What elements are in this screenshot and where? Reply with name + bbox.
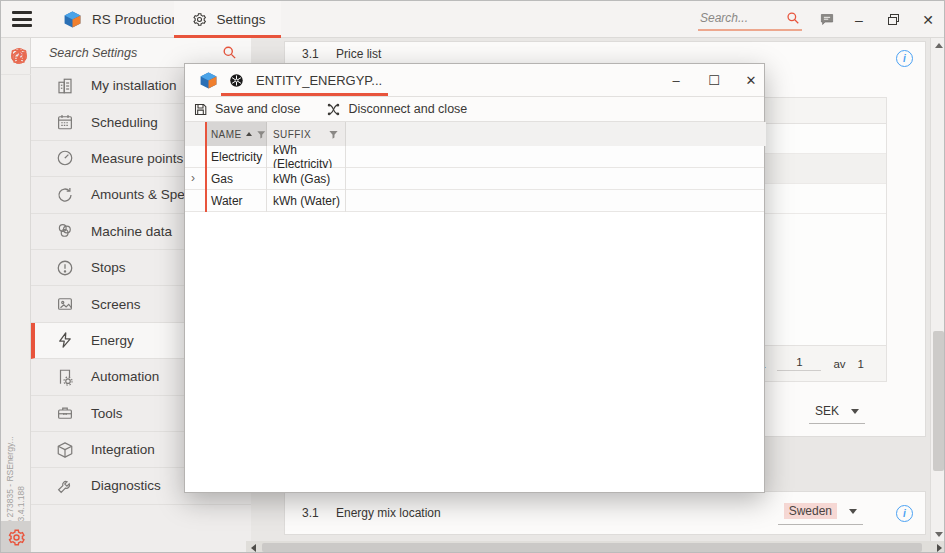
gear-icon bbox=[190, 10, 209, 29]
energy-mix-dropdown-wrap: Sweden bbox=[778, 501, 863, 525]
cell-suffix[interactable]: kWh (Gas) bbox=[267, 168, 346, 190]
dialog-maximize-button[interactable]: ☐ bbox=[699, 64, 729, 96]
sidebar-item-label: Energy bbox=[91, 333, 134, 348]
currency-value: SEK bbox=[815, 404, 839, 418]
energy-mix-value: Sweden bbox=[784, 503, 837, 519]
filter-icon[interactable] bbox=[256, 129, 267, 140]
cell-name[interactable]: Electricity bbox=[205, 146, 267, 168]
sidebar-search-placeholder: Search Settings bbox=[49, 46, 137, 60]
hamburger-menu-icon[interactable] bbox=[12, 11, 32, 27]
save-and-close-label: Save and close bbox=[215, 102, 300, 116]
dialog-minimize-button[interactable]: – bbox=[661, 64, 691, 96]
sidebar-item-label: Screens bbox=[91, 297, 141, 312]
cell-suffix[interactable]: kWh (Electricity) bbox=[267, 146, 346, 168]
table-row[interactable]: › Gas kWh (Gas) bbox=[185, 168, 764, 190]
disconnect-and-close-label: Disconnect and close bbox=[348, 102, 467, 116]
image-icon bbox=[55, 295, 74, 314]
window-minimize-button[interactable]: – bbox=[844, 1, 874, 38]
entity-energy-dialog: ENTITY_ENERGYP... – ☐ ✕ Save and close D… bbox=[184, 63, 765, 493]
tab-settings-label: Settings bbox=[217, 12, 266, 27]
alert-circle-icon bbox=[55, 258, 74, 277]
search-icon[interactable] bbox=[786, 11, 800, 25]
filter-icon[interactable] bbox=[328, 129, 339, 140]
dialog-toolbar: Save and close Disconnect and close bbox=[185, 97, 764, 122]
titlebar: RS Production Settings Search... – ✕ bbox=[1, 1, 945, 38]
scroll-down-icon[interactable] bbox=[931, 527, 945, 541]
window-close-button[interactable]: ✕ bbox=[913, 1, 943, 38]
dialog-titlebar: ENTITY_ENERGYP... – ☐ ✕ bbox=[185, 64, 764, 97]
energy-mix-label: Energy mix location bbox=[336, 506, 441, 520]
tab-rs-production[interactable]: RS Production bbox=[51, 1, 191, 38]
bolt-icon bbox=[55, 331, 74, 350]
sidebar-item-label: Automation bbox=[91, 369, 159, 384]
wrench-icon bbox=[55, 476, 74, 495]
table-header: NAME SUFFIX bbox=[185, 122, 764, 146]
chevron-down-icon bbox=[851, 409, 859, 414]
vertical-scroll-thumb[interactable] bbox=[933, 331, 944, 471]
feedback-icon[interactable] bbox=[812, 1, 842, 38]
coins-icon bbox=[55, 222, 74, 241]
table-row[interactable]: Water kWh (Water) bbox=[185, 190, 764, 212]
dialog-tab-underline bbox=[221, 93, 388, 96]
dialog-close-button[interactable]: ✕ bbox=[736, 64, 766, 96]
rail-settings-button[interactable] bbox=[1, 521, 31, 553]
column-header-name[interactable]: NAME bbox=[205, 122, 267, 146]
tab-rs-production-label: RS Production bbox=[92, 12, 179, 27]
cell-suffix[interactable]: kWh (Water) bbox=[267, 190, 346, 212]
sort-ascending-icon bbox=[246, 132, 252, 136]
row-expander-icon[interactable]: › bbox=[191, 171, 195, 185]
help-icon: ? bbox=[11, 48, 27, 64]
currency-dropdown[interactable]: SEK bbox=[809, 402, 865, 424]
energy-mix-number: 3.1 bbox=[302, 506, 336, 520]
horizontal-scrollbar[interactable] bbox=[246, 541, 945, 553]
info-icon[interactable]: i bbox=[896, 505, 913, 522]
price-list-label: Price list bbox=[336, 47, 381, 61]
table-row[interactable]: Electricity kWh (Electricity) bbox=[185, 146, 764, 168]
disconnect-icon bbox=[326, 102, 341, 117]
sync-icon bbox=[55, 185, 74, 204]
icon-rail: ? admin @ 273835 - RSEnergy... Neon - 23… bbox=[1, 38, 31, 553]
global-search-input[interactable]: Search... bbox=[698, 7, 802, 31]
column-header-empty bbox=[346, 122, 766, 146]
row-selector-header bbox=[185, 122, 205, 146]
disconnect-and-close-button[interactable]: Disconnect and close bbox=[326, 102, 467, 117]
doc-gear-icon bbox=[55, 367, 74, 386]
chevron-down-icon bbox=[849, 509, 857, 514]
window-restore-button[interactable] bbox=[878, 1, 908, 38]
sidebar-item-label: Scheduling bbox=[91, 115, 158, 130]
calendar-icon bbox=[55, 113, 74, 132]
scroll-left-icon[interactable] bbox=[246, 541, 260, 553]
cell-name[interactable]: Gas bbox=[205, 168, 267, 190]
toolbox-icon bbox=[55, 404, 74, 423]
sidebar-item-label: My installation bbox=[91, 78, 177, 93]
pagination-total: 1 bbox=[858, 358, 864, 370]
rs-production-logo-icon bbox=[63, 10, 82, 29]
cell-name[interactable]: Water bbox=[205, 190, 267, 212]
app-window: RS Production Settings Search... – ✕ bbox=[0, 0, 945, 553]
horizontal-scroll-thumb[interactable] bbox=[262, 543, 922, 552]
rs-production-logo-icon bbox=[199, 71, 218, 94]
scroll-up-icon[interactable] bbox=[931, 38, 945, 52]
building-icon bbox=[55, 76, 74, 95]
cube-icon bbox=[55, 440, 74, 459]
scroll-right-icon[interactable] bbox=[932, 541, 945, 553]
focused-column-indicator bbox=[205, 122, 207, 212]
rail-help-button[interactable]: ? bbox=[1, 38, 31, 75]
energy-mix-dropdown[interactable]: Sweden bbox=[778, 501, 863, 525]
energy-mix-section: 3.1 Energy mix location Sweden i bbox=[284, 491, 926, 535]
restore-icon bbox=[888, 14, 899, 25]
gauge-icon bbox=[55, 149, 74, 168]
sidebar-item-label: Measure points bbox=[91, 151, 183, 166]
column-name-label: NAME bbox=[211, 129, 242, 140]
vertical-scrollbar[interactable] bbox=[930, 38, 945, 541]
sidebar-item-label: Integration bbox=[91, 442, 155, 457]
pagination-page-input[interactable]: 1 bbox=[777, 356, 821, 371]
dialog-title: ENTITY_ENERGYP... bbox=[256, 73, 382, 88]
tab-settings[interactable]: Settings bbox=[174, 1, 281, 38]
info-icon[interactable]: i bbox=[896, 50, 913, 67]
sidebar-item-label: Diagnostics bbox=[91, 478, 161, 493]
search-icon bbox=[222, 45, 237, 60]
sidebar-item-label: Tools bbox=[91, 406, 123, 421]
price-list-number: 3.1 bbox=[302, 47, 336, 61]
save-and-close-button[interactable]: Save and close bbox=[193, 102, 300, 117]
